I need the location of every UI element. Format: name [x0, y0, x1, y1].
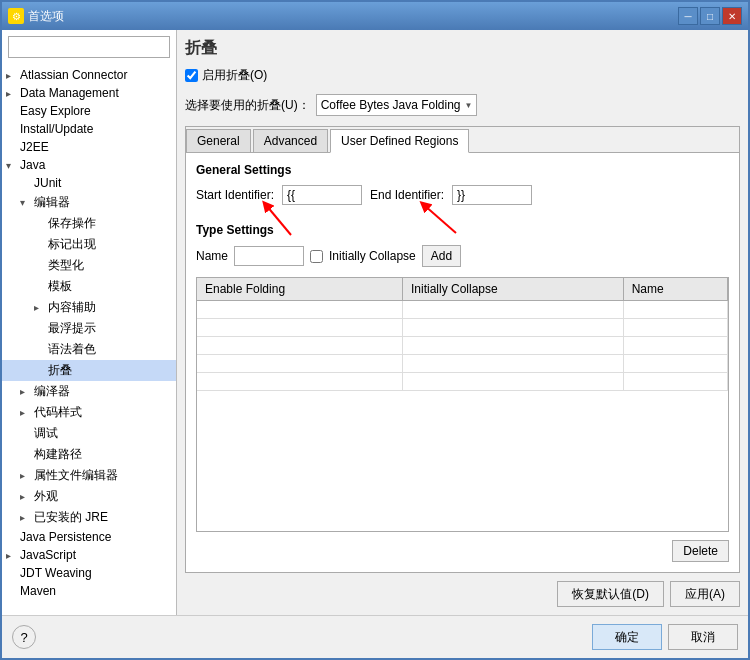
restore-defaults-button[interactable]: 恢复默认值(D): [557, 581, 664, 607]
sidebar-label-j2ee: J2EE: [20, 140, 49, 154]
sidebar-label-compiler: 编泽器: [34, 383, 70, 400]
sidebar-item-maven[interactable]: Maven: [2, 582, 176, 600]
tree-arrow-appearance: ▸: [20, 491, 32, 502]
sidebar-label-typing: 类型化: [48, 257, 84, 274]
sidebar-item-code-style[interactable]: ▸代码样式: [2, 402, 176, 423]
name-input[interactable]: [234, 246, 304, 266]
sidebar-item-j2ee[interactable]: J2EE: [2, 138, 176, 156]
sidebar-item-java[interactable]: ▾Java: [2, 156, 176, 174]
sidebar-item-installed-jre[interactable]: ▸已安装的 JRE: [2, 507, 176, 528]
table-header-row: Enable Folding Initially Collapse Name: [197, 278, 728, 301]
sidebar-item-content-assist[interactable]: ▸内容辅助: [2, 297, 176, 318]
sidebar-item-template[interactable]: 模板: [2, 276, 176, 297]
start-id-input[interactable]: [282, 185, 362, 205]
sidebar-label-mark-occur: 标记出现: [48, 236, 96, 253]
tree-arrow-atlassian: ▸: [6, 70, 18, 81]
sidebar-item-editor[interactable]: ▾编辑器: [2, 192, 176, 213]
initially-collapse-checkbox[interactable]: [310, 250, 323, 263]
sidebar-label-code-style: 代码样式: [34, 404, 82, 421]
cancel-button[interactable]: 取消: [668, 624, 738, 650]
sidebar: ▸Atlassian Connector▸Data ManagementEasy…: [2, 30, 177, 615]
tab-general[interactable]: General: [186, 129, 251, 152]
panel-title: 折叠: [185, 38, 740, 59]
sidebar-item-junit[interactable]: JUnit: [2, 174, 176, 192]
sidebar-tree: ▸Atlassian Connector▸Data ManagementEasy…: [2, 64, 176, 615]
search-box[interactable]: [8, 36, 170, 58]
add-button[interactable]: Add: [422, 245, 461, 267]
sidebar-item-easy-explore[interactable]: Easy Explore: [2, 102, 176, 120]
table-row-empty3: [197, 337, 728, 355]
sidebar-item-file-editor[interactable]: ▸属性文件编辑器: [2, 465, 176, 486]
sidebar-label-junit: JUnit: [34, 176, 61, 190]
title-bar-left: ⚙ 首选项: [8, 8, 64, 25]
sidebar-item-save-op[interactable]: 保存操作: [2, 213, 176, 234]
tab-advanced[interactable]: Advanced: [253, 129, 328, 152]
minimize-button[interactable]: ─: [678, 7, 698, 25]
table-row-empty1: [197, 301, 728, 319]
right-panel: 折叠 启用折叠(O) 选择要使用的折叠(U)： Coffee Bytes Jav…: [177, 30, 748, 615]
sidebar-item-syntax-color[interactable]: 语法着色: [2, 339, 176, 360]
window-title: 首选项: [28, 8, 64, 25]
title-bar: ⚙ 首选项 ─ □ ✕: [2, 2, 748, 30]
maximize-button[interactable]: □: [700, 7, 720, 25]
tab-panel: General Advanced User Defined Regions Ge…: [185, 126, 740, 573]
enable-folding-label: 启用折叠(O): [202, 67, 267, 84]
sidebar-item-install-update[interactable]: Install/Update: [2, 120, 176, 138]
table-row-empty4: [197, 355, 728, 373]
initially-collapse-label: Initially Collapse: [329, 249, 416, 263]
folding-dropdown[interactable]: Coffee Bytes Java Folding ▼: [316, 94, 478, 116]
sidebar-label-data-management: Data Management: [20, 86, 119, 100]
general-settings-label: General Settings: [196, 163, 729, 177]
title-buttons: ─ □ ✕: [678, 7, 742, 25]
tree-arrow-content-assist: ▸: [34, 302, 46, 313]
sidebar-item-debug[interactable]: 调试: [2, 423, 176, 444]
sidebar-label-install-update: Install/Update: [20, 122, 93, 136]
sidebar-label-content-assist: 内容辅助: [48, 299, 96, 316]
sidebar-label-save-op: 保存操作: [48, 215, 96, 232]
tab-user-defined[interactable]: User Defined Regions: [330, 129, 469, 153]
sidebar-label-maven: Maven: [20, 584, 56, 598]
end-id-input[interactable]: [452, 185, 532, 205]
sidebar-item-appearance[interactable]: ▸外观: [2, 486, 176, 507]
sidebar-item-atlassian[interactable]: ▸Atlassian Connector: [2, 66, 176, 84]
dropdown-value: Coffee Bytes Java Folding: [321, 98, 461, 112]
sidebar-label-easy-explore: Easy Explore: [20, 104, 91, 118]
sidebar-item-jdt-weaving[interactable]: JDT Weaving: [2, 564, 176, 582]
sidebar-item-hover[interactable]: 最浮提示: [2, 318, 176, 339]
tree-arrow-file-editor: ▸: [20, 470, 32, 481]
sidebar-label-file-editor: 属性文件编辑器: [34, 467, 118, 484]
main-content: ▸Atlassian Connector▸Data ManagementEasy…: [2, 30, 748, 615]
col-enable-folding: Enable Folding: [197, 278, 402, 301]
sidebar-item-mark-occur[interactable]: 标记出现: [2, 234, 176, 255]
sidebar-item-folding[interactable]: 折叠: [2, 360, 176, 381]
bottom-right: 确定 取消: [592, 624, 738, 650]
restore-apply-row: 恢复默认值(D) 应用(A): [185, 581, 740, 607]
sidebar-label-jdt-weaving: JDT Weaving: [20, 566, 92, 580]
sidebar-label-debug: 调试: [34, 425, 58, 442]
name-label: Name: [196, 249, 228, 263]
sidebar-label-java-persistence: Java Persistence: [20, 530, 111, 544]
close-button[interactable]: ✕: [722, 7, 742, 25]
sidebar-item-java-persistence[interactable]: Java Persistence: [2, 528, 176, 546]
delete-button[interactable]: Delete: [672, 540, 729, 562]
apply-button[interactable]: 应用(A): [670, 581, 740, 607]
sidebar-item-javascript[interactable]: ▸JavaScript: [2, 546, 176, 564]
sidebar-item-typing[interactable]: 类型化: [2, 255, 176, 276]
tree-arrow-javascript: ▸: [6, 550, 18, 561]
tree-arrow-java: ▾: [6, 160, 18, 171]
bottom-left: ?: [12, 625, 36, 649]
delete-row: Delete: [196, 540, 729, 562]
sidebar-label-hover: 最浮提示: [48, 320, 96, 337]
ok-button[interactable]: 确定: [592, 624, 662, 650]
col-name: Name: [623, 278, 727, 301]
sidebar-item-build-path[interactable]: 构建路径: [2, 444, 176, 465]
table-container: Enable Folding Initially Collapse Name: [196, 277, 729, 532]
sidebar-label-editor: 编辑器: [34, 194, 70, 211]
help-button[interactable]: ?: [12, 625, 36, 649]
table-row-empty5: [197, 373, 728, 391]
enable-folding-checkbox[interactable]: [185, 69, 198, 82]
search-input[interactable]: [13, 40, 165, 54]
sidebar-item-compiler[interactable]: ▸编泽器: [2, 381, 176, 402]
sidebar-label-appearance: 外观: [34, 488, 58, 505]
sidebar-item-data-management[interactable]: ▸Data Management: [2, 84, 176, 102]
